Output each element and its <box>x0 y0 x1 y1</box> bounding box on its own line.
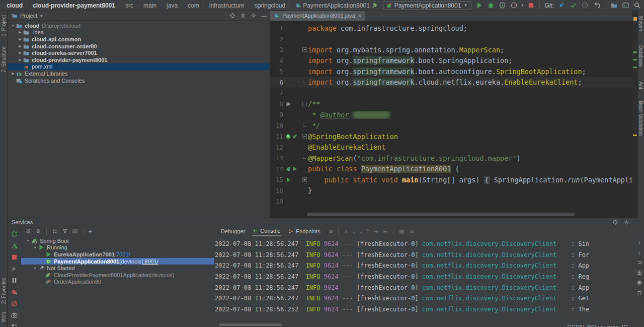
code-line-18[interactable]: 18} <box>270 185 633 197</box>
tree-right-arrow-icon[interactable]: ▶ <box>11 72 16 76</box>
code-line-12[interactable]: 12@EnableEurekaClient <box>270 142 633 153</box>
breadcrumb-item[interactable]: CPaymentApplication8001 <box>295 2 370 9</box>
options-menu-icon[interactable]: ≡ <box>330 228 333 234</box>
project-tree-item-pom-xml[interactable]: mpom.xml <box>8 63 270 71</box>
run-anything-button[interactable] <box>621 2 629 10</box>
fold-expand-icon[interactable]: + <box>302 177 307 182</box>
step-over-icon[interactable]: ∧ <box>344 228 348 235</box>
locate-button[interactable] <box>612 219 618 225</box>
code-line-5[interactable]: 5import org.springframework.boot.autocon… <box>270 66 633 77</box>
breadcrumb-item[interactable]: springcloud <box>255 2 285 9</box>
editor-error-stripe[interactable] <box>632 11 637 218</box>
stop-button[interactable] <box>527 2 535 10</box>
fold-collapse-icon[interactable]: − <box>302 102 307 106</box>
code-line-8[interactable]: 8−/** <box>270 99 633 110</box>
tree-right-arrow-icon[interactable]: ▶ <box>18 51 23 55</box>
tree-right-arrow-icon[interactable]: ▶ <box>18 58 23 62</box>
javadoc-icon[interactable] <box>285 101 291 107</box>
tree-down-arrow-icon[interactable]: ▼ <box>25 239 31 242</box>
build-hammer-icon[interactable] <box>371 2 379 10</box>
tool-window-button-web[interactable]: Web <box>0 312 8 324</box>
breadcrumb-item[interactable]: cloud <box>7 2 23 9</box>
code-line-3[interactable]: 3−import org.mybatis.spring.annotation.M… <box>270 44 633 55</box>
tab-endpoints[interactable]: Endpoints <box>288 226 320 236</box>
project-tree-item--idea[interactable]: ▶.idea <box>8 29 270 36</box>
filter-button[interactable] <box>62 228 68 234</box>
code-line-14[interactable]: 14cpublic class PaymentApplication8001 { <box>270 164 633 175</box>
project-tree-item-external-libraries[interactable]: ▶External Libraries <box>8 70 270 77</box>
tool-window-button-7-structure[interactable]: 7: Structure <box>0 46 8 75</box>
preview-button[interactable] <box>72 228 78 234</box>
hide-panel-button[interactable]: — <box>634 219 640 225</box>
tool-window-button-bean-validation[interactable]: Bean Validation <box>637 101 644 136</box>
profiler-button[interactable] <box>510 2 518 10</box>
tree-down-arrow-icon[interactable]: ▼ <box>32 246 38 249</box>
tool-window-button-1-project[interactable]: 1: Project <box>0 15 8 38</box>
run-icon[interactable] <box>292 166 298 172</box>
scroll-up-icon[interactable]: ⤒ <box>367 228 369 235</box>
run-button[interactable] <box>475 2 483 10</box>
service-item-cloudproviderpayment8001application[interactable]: CloudProviderPayment8001Application [dev… <box>21 272 214 279</box>
tool-window-button-maven[interactable]: Maven <box>637 16 644 31</box>
tool-window-button-2-favorites[interactable]: 2: Favorites <box>0 278 8 306</box>
tree-right-arrow-icon[interactable]: ▶ <box>18 37 23 41</box>
code-line-10[interactable]: 10 */ <box>270 120 633 132</box>
fold-collapse-icon[interactable]: − <box>302 134 307 139</box>
stripe-inspection-mark[interactable] <box>633 17 637 21</box>
tree-right-arrow-icon[interactable]: ▶ <box>18 44 23 48</box>
resume-button[interactable] <box>10 265 18 273</box>
soft-wrap-icon[interactable] <box>636 259 642 266</box>
tree-right-arrow-icon[interactable]: ▶ <box>18 30 23 34</box>
tool-window-button-database[interactable]: Database <box>637 45 644 67</box>
expand-all-button[interactable] <box>25 228 31 234</box>
breadcrumb-item[interactable]: java <box>167 2 178 9</box>
tab-debugger[interactable]: Debugger <box>221 226 245 236</box>
tab-console[interactable]: Console <box>252 226 280 236</box>
grid-view-icon[interactable]: ▦ <box>399 228 404 235</box>
debug-button[interactable] <box>487 2 495 10</box>
console-horizontal-scrollbar[interactable] <box>219 323 282 326</box>
project-tree-item-cloud-api-common[interactable]: ▶cloud-api-common <box>8 36 270 43</box>
add-service-button[interactable]: + <box>89 228 92 234</box>
project-structure-button[interactable] <box>610 2 618 10</box>
run-configuration-select[interactable]: PaymentApplication8001 ▼ <box>383 1 472 10</box>
service-item-not-started[interactable]: ▼Not Started <box>21 265 214 272</box>
scroll-down-icon[interactable]: ⤓ <box>360 228 362 235</box>
thread-dump-button[interactable] <box>10 311 18 319</box>
project-tree-item-scratches-and-consoles[interactable]: Scratches and Consoles <box>8 77 270 84</box>
close-icon[interactable]: ✕ <box>358 13 362 19</box>
breadcrumb-item[interactable]: cloud-provider-payment8001 <box>33 2 115 9</box>
service-suffix[interactable]: :7001/ <box>115 251 130 257</box>
gear-icon[interactable] <box>623 219 629 225</box>
tree-down-arrow-icon[interactable]: ▼ <box>11 24 16 27</box>
code-line-1[interactable]: 1package com.infrastructure.springcloud; <box>270 23 633 34</box>
code-line-9[interactable]: 9 * @author █████████ <box>270 109 633 120</box>
next-occurrence-icon[interactable]: ⇥ <box>374 228 378 235</box>
collapse-all-button[interactable] <box>240 13 246 19</box>
group-by-button[interactable] <box>52 228 58 234</box>
leafcheck-icon[interactable] <box>292 134 298 140</box>
service-item-orderapplication80[interactable]: OrderApplication80 <box>21 279 214 286</box>
project-tree-item-cloud-eureka-server7001[interactable]: ▶cloud-eureka-server7001 <box>8 49 270 56</box>
history-button[interactable] <box>581 2 589 10</box>
git-update-button[interactable] <box>557 2 566 10</box>
fold-collapse-icon[interactable]: − <box>302 47 307 52</box>
search-everywhere-button[interactable] <box>633 2 641 10</box>
mute-breakpoints-button[interactable] <box>10 299 18 307</box>
print-icon[interactable] <box>636 280 642 286</box>
up-stack-trace-icon[interactable]: ↑ <box>638 239 641 245</box>
update-application-button[interactable] <box>10 241 18 249</box>
code-line-19[interactable]: 19 <box>270 196 633 207</box>
gear-icon[interactable] <box>251 13 257 19</box>
tree-down-arrow-icon[interactable]: ▼ <box>32 267 38 270</box>
bean-icon[interactable] <box>285 134 291 140</box>
editor-tab[interactable]: C PaymentApplication8001.java ✕ <box>270 11 365 21</box>
code-line-6[interactable]: 6import org.springframework.cloud.netfli… <box>270 77 633 88</box>
code-line-7[interactable]: 7 <box>270 88 633 99</box>
code-line-4[interactable]: 4import org.springframework.boot.SpringA… <box>270 55 633 67</box>
project-tree-item-cloud-provider-payment8001[interactable]: ▶cloud-provider-payment8001 <box>8 56 270 63</box>
hide-panel-button[interactable]: — <box>261 13 267 19</box>
project-tree-item-cloud-consumer-order80[interactable]: ▶cloud-consumer-order80 <box>8 43 270 50</box>
down-stack-trace-icon[interactable]: ↓ <box>638 249 641 255</box>
layout-button[interactable] <box>10 322 18 327</box>
